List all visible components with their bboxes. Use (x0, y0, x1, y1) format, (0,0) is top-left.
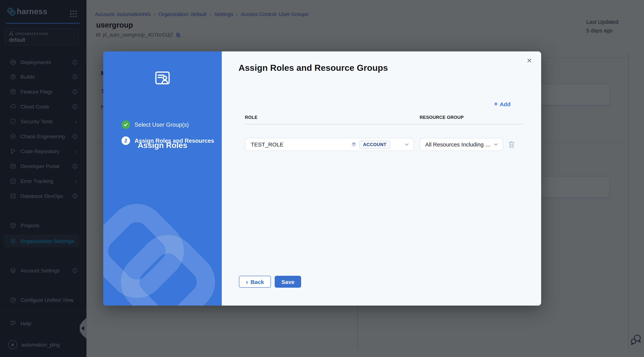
step-number-badge: 2 (122, 136, 130, 145)
resource-group-select[interactable]: All Resources Including C... (420, 138, 503, 151)
modal-title: Assign Roles and Resource Groups (238, 63, 388, 73)
chevron-down-icon (494, 142, 498, 147)
plus-icon: + (494, 101, 498, 107)
step-complete-icon (122, 120, 130, 129)
back-button[interactable]: ‹ Back (239, 276, 271, 288)
close-icon[interactable]: ✕ (525, 55, 534, 66)
id-card-icon (153, 68, 172, 87)
role-column-header: ROLE (245, 115, 258, 120)
role-select-value: TEST_ROLE (251, 141, 351, 148)
chevron-left-icon: ‹ (246, 279, 248, 284)
save-button[interactable]: Save (275, 276, 301, 288)
table-header-rule (245, 124, 523, 124)
app-stage: harness ORGANIZATIONS default Deployment… (0, 0, 644, 357)
role-select[interactable]: TEST_ROLE ACCOUNT (245, 138, 414, 151)
chevron-down-icon (404, 142, 409, 147)
wizard-step-select-user-groups[interactable]: Select User Group(s) (122, 120, 189, 129)
assign-roles-modal: Assign Roles Select User Group(s) 2 Assi… (103, 52, 541, 306)
add-button[interactable]: + Add (494, 101, 510, 107)
wizard-panel: Assign Roles Select User Group(s) 2 Assi… (103, 52, 222, 306)
role-scope-tag: ACCOUNT (359, 140, 390, 148)
scope-layers-icon (351, 142, 357, 147)
delete-row-trash-icon[interactable] (508, 140, 515, 148)
wizard-step-assign-roles[interactable]: 2 Assign Roles and Resources (122, 136, 214, 145)
harness-watermark-icon (103, 196, 222, 306)
resource-group-column-header: RESOURCE GROUP (420, 115, 464, 120)
resource-group-select-value: All Resources Including C... (425, 141, 494, 148)
